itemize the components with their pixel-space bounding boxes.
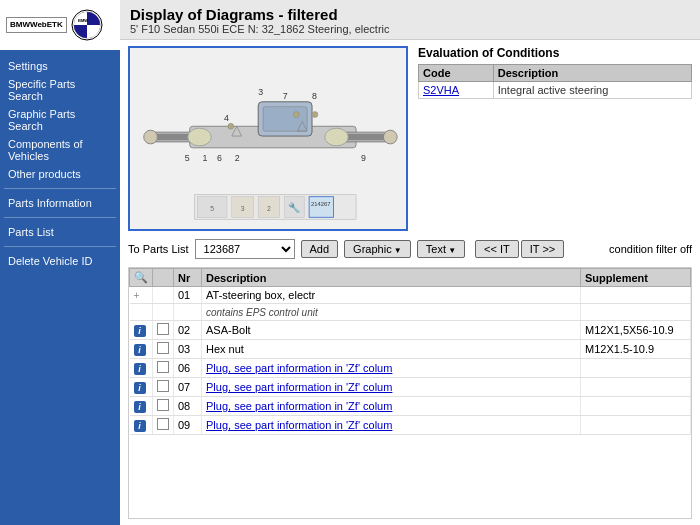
svg-text:3: 3 [241,205,245,212]
col-checkbox-header [153,269,174,287]
info-cell: i [130,359,153,378]
info-icon[interactable]: i [134,344,146,356]
svg-text:8: 8 [312,91,317,101]
sub-description: contains EPS control unit [206,307,318,318]
eval-desc-cell: Integral active steering [493,82,691,99]
description-link[interactable]: Plug, see part information in 'Zf' colum [206,362,392,374]
table-row: i 03 Hex nut M12X1.5-10.9 [130,340,691,359]
checkbox-cell [153,378,174,397]
description-text: Hex nut [206,343,244,355]
row-checkbox[interactable] [157,399,169,411]
nr-cell: 01 [174,287,202,304]
supplement-cell [581,378,691,397]
eval-table-row: S2VHA Integral active steering [419,82,692,99]
row-checkbox[interactable] [157,342,169,354]
main-content: Display of Diagrams - filtered 5' F10 Se… [120,0,700,525]
checkbox-cell [153,304,174,321]
add-button[interactable]: Add [301,240,339,258]
info-icon[interactable]: i [134,401,146,413]
eval-col-desc: Description [493,65,691,82]
nr-cell: 02 [174,321,202,340]
svg-point-28 [293,112,299,118]
sidebar-divider-2 [4,217,116,218]
info-icon[interactable]: i [134,325,146,337]
svg-point-13 [188,128,211,146]
table-row: i 09 Plug, see part information in 'Zf' … [130,416,691,435]
svg-point-27 [312,112,318,118]
description-link[interactable]: Plug, see part information in 'Zf' colum [206,419,392,431]
checkbox-cell [153,340,174,359]
graphic-button[interactable]: Graphic [344,240,411,258]
col-search-icon: 🔍 [130,269,153,287]
evaluation-heading: Evaluation of Conditions [418,46,692,60]
description-cell: Plug, see part information in 'Zf' colum [202,397,581,416]
row-checkbox[interactable] [157,361,169,373]
table-row: i 08 Plug, see part information in 'Zf' … [130,397,691,416]
sidebar-item-settings[interactable]: Settings [4,58,116,74]
eval-col-code: Code [419,65,494,82]
diagram-container[interactable]: 7 8 3 4 5 1 6 2 9 [128,46,408,231]
checkbox-cell [153,397,174,416]
svg-text:🔧: 🔧 [288,201,301,214]
nr-cell: 08 [174,397,202,416]
description-cell: contains EPS control unit [202,304,581,321]
eval-code-cell[interactable]: S2VHA [419,82,494,99]
info-cell: i [130,397,153,416]
checkbox-cell [153,359,174,378]
page-subtitle: 5' F10 Sedan 550i ECE N: 32_1862 Steerin… [130,23,690,35]
toolbar: To Parts List 123687 Add Graphic Text <<… [128,235,692,263]
info-cell: i [130,378,153,397]
sidebar-item-specific-parts-search[interactable]: Specific Parts Search [4,76,116,104]
description-link[interactable]: Plug, see part information in 'Zf' colum [206,400,392,412]
top-section: 7 8 3 4 5 1 6 2 9 [128,46,692,231]
svg-point-14 [325,128,348,146]
parts-table-container[interactable]: 🔍 Nr Description Supplement + 01 AT-stee… [128,267,692,519]
svg-text:6: 6 [217,153,222,163]
row-checkbox[interactable] [157,380,169,392]
info-cell [130,304,153,321]
nr-cell: 07 [174,378,202,397]
table-row: + 01 AT-steering box, electr [130,287,691,304]
svg-point-26 [228,123,234,129]
parts-table: 🔍 Nr Description Supplement + 01 AT-stee… [129,268,691,435]
table-row: i 02 ASA-Bolt M12X1,5X56-10.9 [130,321,691,340]
col-nr-header: Nr [174,269,202,287]
nav-next-button[interactable]: IT >> [521,240,564,258]
sidebar-item-graphic-parts-search[interactable]: Graphic Parts Search [4,106,116,134]
sidebar-item-parts-list[interactable]: Parts List [4,224,116,240]
row-checkbox[interactable] [157,418,169,430]
text-button[interactable]: Text [417,240,465,258]
svg-text:1: 1 [202,153,207,163]
col-supplement-header: Supplement [581,269,691,287]
parts-list-select[interactable]: 123687 [195,239,295,259]
svg-text:5: 5 [210,205,214,212]
svg-point-12 [383,130,397,144]
info-cell: i [130,340,153,359]
table-row: contains EPS control unit [130,304,691,321]
sidebar-item-delete-vehicle-id[interactable]: Delete Vehicle ID [4,253,116,269]
sidebar-item-components-of-vehicles[interactable]: Components of Vehicles [4,136,116,164]
supplement-cell [581,416,691,435]
info-icon[interactable]: i [134,420,146,432]
description-link[interactable]: Plug, see part information in 'Zf' colum [206,381,392,393]
info-icon[interactable]: i [134,363,146,375]
sidebar-divider-1 [4,188,116,189]
description-cell: AT-steering box, electr [202,287,581,304]
row-checkbox[interactable] [157,323,169,335]
parts-table-body: + 01 AT-steering box, electr contains EP… [130,287,691,435]
sidebar-item-parts-information[interactable]: Parts Information [4,195,116,211]
sidebar-item-other-products[interactable]: Other products [4,166,116,182]
info-cell: + [130,287,153,304]
description-cell: ASA-Bolt [202,321,581,340]
evaluation-table-body: S2VHA Integral active steering [419,82,692,99]
info-icon[interactable]: i [134,382,146,394]
nav-prev-button[interactable]: << IT [475,240,519,258]
supplement-cell [581,397,691,416]
nr-cell [174,304,202,321]
description-cell: Plug, see part information in 'Zf' colum [202,416,581,435]
evaluation-panel: Evaluation of Conditions Code Descriptio… [418,46,692,231]
info-cell: i [130,416,153,435]
expand-icon[interactable]: + [134,290,140,301]
search-icon: 🔍 [134,271,148,283]
svg-text:214267: 214267 [311,201,331,207]
